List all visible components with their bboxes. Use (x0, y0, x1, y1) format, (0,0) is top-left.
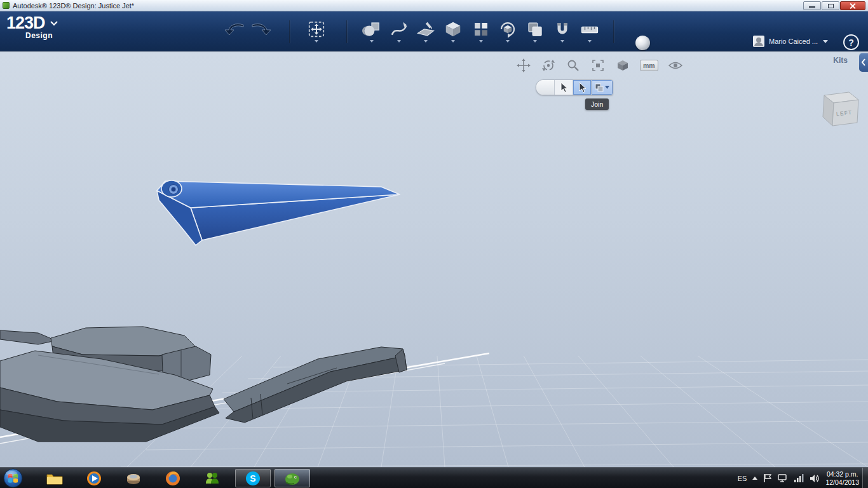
construct-dropdown-chevron-icon[interactable] (424, 40, 428, 43)
grouping-icon (498, 20, 517, 39)
action-center-flag-icon[interactable] (763, 473, 772, 483)
logo-primary: 123D (6, 14, 53, 32)
taskbar-firefox-button[interactable] (155, 469, 191, 487)
system-tray: ES 04:32 p.m. (738, 468, 859, 488)
language-indicator[interactable]: ES (738, 475, 747, 482)
pan-button[interactable] (516, 58, 531, 73)
measure-dropdown-chevron-icon[interactable] (588, 40, 592, 43)
sketch-icon (390, 20, 409, 39)
volume-speaker-icon[interactable] (810, 474, 820, 483)
sketch-dropdown-chevron-icon[interactable] (397, 40, 401, 43)
model-blue-wing[interactable] (157, 180, 400, 245)
taskbar-messenger-button[interactable] (194, 469, 230, 487)
help-glyph: ? (848, 37, 854, 48)
visibility-eye-icon (668, 60, 683, 71)
view-navigation-toolbar: mm (516, 58, 683, 73)
network-signal-icon[interactable] (794, 474, 804, 483)
clock-time: 04:32 p.m. (825, 470, 859, 478)
view-settings-icon (616, 58, 630, 72)
close-button[interactable] (840, 1, 865, 10)
kits-panel-collapse-tab[interactable] (859, 53, 868, 72)
join-tooltip: Join (585, 98, 609, 110)
app-toolbar: 123D Design (0, 11, 868, 51)
selection-mode-toolbar (536, 79, 613, 95)
select-cursor-button[interactable] (555, 80, 573, 95)
material-sphere-button[interactable] (635, 36, 650, 50)
select-cursor-active-button[interactable] (573, 80, 592, 95)
user-name: Mario Caiced ... (769, 37, 818, 45)
display-device-icon[interactable] (778, 473, 788, 483)
transform-tool[interactable] (304, 20, 329, 46)
3d-viewport[interactable]: LEFT Kits (0, 51, 868, 467)
logo-menu-chevron-icon[interactable] (50, 20, 58, 27)
measure-tool[interactable] (577, 20, 602, 46)
construct-tool[interactable] (413, 20, 438, 46)
cursor-arrow-icon (577, 82, 587, 93)
pattern-dropdown-chevron-icon[interactable] (479, 40, 483, 43)
pan-icon (517, 58, 531, 72)
taskbar-media-player-button[interactable] (76, 469, 112, 487)
combine-dropdown-chevron-icon[interactable] (533, 40, 537, 43)
join-mode-dropdown-button[interactable] (592, 80, 613, 95)
round-app-icon (126, 471, 141, 486)
app-window-icon (3, 2, 10, 9)
measure-icon (580, 20, 599, 39)
minimize-button[interactable] (803, 1, 821, 10)
units-label: mm (643, 62, 655, 69)
taskbar-active-3d-app-button[interactable] (275, 469, 310, 487)
zoom-icon (566, 58, 580, 72)
view-cube[interactable]: LEFT (823, 92, 858, 126)
selection-ghost-button[interactable] (536, 80, 555, 95)
snap-tool[interactable] (550, 20, 575, 46)
model-gray-jet[interactable] (0, 327, 407, 442)
snap-icon (553, 20, 572, 39)
user-account-menu[interactable]: Mario Caiced ... (753, 36, 829, 47)
modify-tool[interactable] (440, 20, 466, 46)
primitives-tool[interactable] (359, 20, 384, 46)
taskbar-round-app-button[interactable] (116, 469, 151, 487)
app-logo[interactable]: 123D Design (6, 14, 53, 39)
zoom-window-button[interactable] (590, 58, 606, 73)
units-selector[interactable]: mm (640, 60, 658, 71)
svg-text:S: S (250, 473, 255, 484)
toolbar-separator (613, 20, 614, 43)
visibility-button[interactable] (668, 58, 683, 73)
clock-date: 12/04/2013 (825, 478, 859, 487)
taskbar-clock[interactable]: 04:32 p.m. 12/04/2013 (825, 470, 859, 487)
transform-dropdown-chevron-icon[interactable] (315, 40, 318, 43)
orbit-button[interactable] (541, 58, 556, 73)
viewport-canvas[interactable]: LEFT (0, 51, 868, 467)
media-player-icon (86, 471, 102, 486)
grouping-tool[interactable] (495, 20, 520, 46)
view-settings-button[interactable] (615, 58, 630, 73)
pattern-icon (471, 20, 491, 39)
desktop: Autodesk® 123D® Design: Justice Jet* 123… (0, 0, 868, 488)
window-titlebar[interactable]: Autodesk® 123D® Design: Justice Jet* (0, 0, 868, 11)
help-button[interactable]: ? (843, 34, 859, 50)
combine-tool[interactable] (522, 20, 548, 46)
primitives-dropdown-chevron-icon[interactable] (370, 40, 374, 43)
undo-button[interactable] (221, 20, 247, 46)
sketch-tool[interactable] (386, 20, 412, 46)
pattern-tool[interactable] (468, 20, 494, 46)
zoom-button[interactable] (566, 58, 581, 73)
primitives-icon (362, 20, 381, 39)
windows-taskbar: S ES (0, 467, 868, 488)
show-desktop-button[interactable] (862, 468, 868, 488)
logo-secondary: Design (25, 32, 53, 39)
taskbar-skype-button[interactable]: S (235, 469, 271, 487)
redo-button[interactable] (249, 20, 275, 46)
join-combine-icon (595, 83, 604, 92)
start-button[interactable] (3, 468, 23, 488)
grouping-dropdown-chevron-icon[interactable] (506, 40, 510, 43)
toolbar-separator (346, 20, 348, 43)
firefox-icon (165, 471, 180, 486)
modify-dropdown-chevron-icon[interactable] (451, 40, 455, 43)
hidden-icons-chevron-icon[interactable] (752, 477, 757, 480)
taskbar-explorer-button[interactable] (37, 469, 72, 487)
orbit-icon (541, 58, 555, 72)
maximize-button[interactable] (822, 1, 839, 10)
collapse-chevron-icon (861, 58, 866, 66)
snap-dropdown-chevron-icon[interactable] (560, 40, 564, 43)
ground-grid (121, 356, 868, 467)
